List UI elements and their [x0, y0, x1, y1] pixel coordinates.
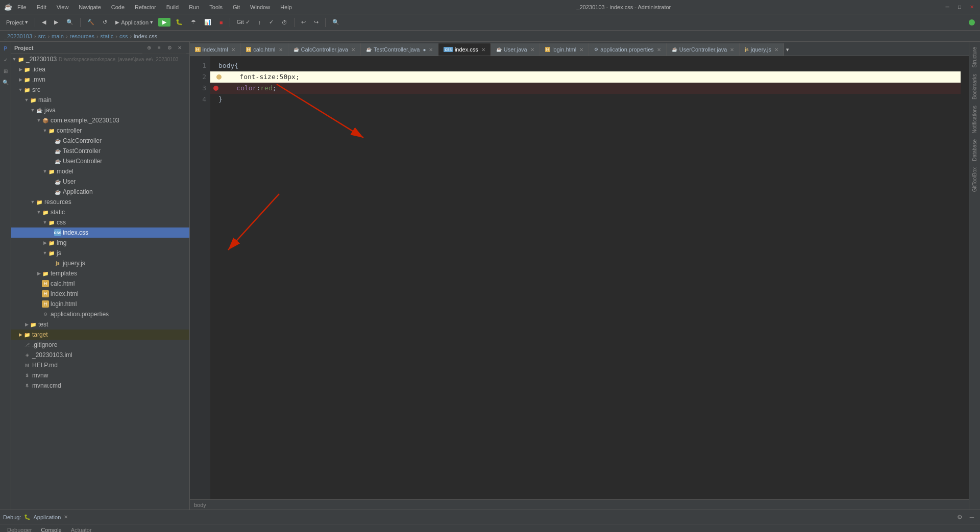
menu-tools[interactable]: Tools [207, 3, 225, 11]
bookmarks-panel-btn[interactable]: Bookmarks [971, 71, 978, 103]
sidebar-commit-icon[interactable]: ✓ [1, 55, 10, 64]
tree-model[interactable]: ▼ 📁 model [11, 166, 189, 176]
tab-overflow-btn[interactable]: ▾ [784, 43, 791, 56]
git-history[interactable]: ⏱ [279, 17, 290, 28]
tree-gitignore[interactable]: ▶ ⎇ .gitignore [11, 340, 189, 350]
menu-build[interactable]: Build [164, 3, 181, 11]
tree-js-folder[interactable]: ▼ 📁 js [11, 248, 189, 258]
tab-close-user-controller[interactable]: ✕ [730, 47, 734, 53]
tree-help-md[interactable]: ▶ M HELP.md [11, 360, 189, 370]
menu-edit[interactable]: Edit [35, 3, 48, 11]
tree-img-folder[interactable]: ▶ 📁 img [11, 238, 189, 248]
project-tool-settings[interactable]: ⚙ [165, 43, 174, 52]
tree-mvnw[interactable]: ▶ $ mvnw [11, 370, 189, 381]
project-tool-collapse[interactable]: ≡ [155, 43, 164, 52]
menu-window[interactable]: Window [248, 3, 272, 11]
tab-login-html[interactable]: H login.html ✕ [540, 43, 590, 56]
menu-help[interactable]: Help [278, 3, 294, 11]
debug-tab-debugger[interactable]: Debugger [3, 526, 36, 533]
notifications-panel-btn[interactable]: Notifications [971, 103, 978, 136]
git-push[interactable]: ↑ [255, 17, 264, 28]
tree-src[interactable]: ▼ 📁 src [11, 85, 189, 95]
tree-static[interactable]: ▼ 📁 static [11, 207, 189, 217]
tab-index-html[interactable]: H index.html ✕ [190, 43, 241, 56]
menu-run[interactable]: Run [187, 3, 201, 11]
menu-file[interactable]: File [15, 3, 29, 11]
editor-content[interactable]: 1 2 3 4 body { font-size : 50px [190, 56, 969, 499]
sidebar-project-icon[interactable]: P [1, 44, 10, 53]
coverage-button[interactable]: ☂ [188, 17, 199, 28]
project-tool-close[interactable]: ✕ [175, 43, 184, 52]
gittoolbox-panel-btn[interactable]: GitToolBox [971, 164, 978, 195]
tree-main[interactable]: ▼ 📁 main [11, 95, 189, 105]
menu-code[interactable]: Code [109, 3, 127, 11]
git-update[interactable]: Git ✓ [234, 17, 253, 28]
tree-controller[interactable]: ▼ 📁 controller [11, 125, 189, 136]
tree-index-html[interactable]: ▶ H index.html [11, 289, 189, 299]
tree-iml[interactable]: ▶ ◈ _20230103.iml [11, 350, 189, 360]
tree-user[interactable]: ▶ ☕ User [11, 176, 189, 187]
tab-close-calc-controller[interactable]: ✕ [351, 47, 355, 53]
tree-css-folder[interactable]: ▼ 📁 css [11, 217, 189, 227]
debug-button[interactable]: 🐛 [173, 17, 186, 28]
tree-test[interactable]: ▶ 📁 test [11, 319, 189, 330]
tree-target[interactable]: ▶ 📁 target [11, 330, 189, 340]
breadcrumb-project[interactable]: _20230103 [4, 33, 32, 39]
debug-tab-actuator[interactable]: Actuator [67, 526, 96, 533]
tree-user-controller[interactable]: ▶ ☕ UserController [11, 156, 189, 166]
navigate-forward[interactable]: ▶ [51, 17, 61, 28]
tab-test-controller[interactable]: ☕ TestController.java ● ✕ [361, 43, 439, 56]
breadcrumb-static[interactable]: static [101, 33, 114, 39]
debug-tab-console[interactable]: Console [37, 526, 65, 533]
menu-navigate[interactable]: Navigate [77, 3, 103, 11]
breadcrumb-file[interactable]: index.css [134, 33, 157, 39]
stop-button[interactable]: ■ [216, 17, 226, 28]
tree-mvnw-cmd[interactable]: ▶ $ mvnw.cmd [11, 381, 189, 391]
search-btn[interactable]: 🔍 [329, 17, 342, 28]
tab-close-user-java[interactable]: ✕ [530, 47, 534, 53]
redo-btn[interactable]: ↪ [311, 17, 322, 28]
search-everywhere[interactable]: 🔍 [63, 17, 77, 28]
debug-settings[interactable]: ⚙ [954, 512, 965, 522]
tree-mvn[interactable]: ▶ 📁 .mvn [11, 74, 189, 85]
restore-button[interactable]: □ [955, 3, 964, 11]
project-dropdown[interactable]: Project ▾ [3, 17, 31, 28]
run-button[interactable]: ▶ [158, 18, 170, 27]
debug-minimize[interactable]: ─ [967, 512, 977, 522]
tab-user-controller[interactable]: ☕ UserController.java ✕ [667, 43, 740, 56]
tab-calc-html[interactable]: H calc.html ✕ [241, 43, 288, 56]
tree-templates[interactable]: ▶ 📁 templates [11, 268, 189, 278]
tab-close-app-properties[interactable]: ✕ [657, 47, 661, 53]
database-panel-btn[interactable]: Database [971, 136, 978, 164]
tree-calc-html[interactable]: ▶ H calc.html [11, 278, 189, 289]
tree-app-properties[interactable]: ▶ ⚙ application.properties [11, 309, 189, 319]
tab-index-css[interactable]: css index.css ✕ [438, 43, 491, 56]
tree-idea[interactable]: ▶ 📁 .idea [11, 64, 189, 74]
tab-close-jquery-js[interactable]: ✕ [774, 47, 778, 53]
breadcrumb-main[interactable]: main [52, 33, 64, 39]
tree-package[interactable]: ▼ 📦 com.example._20230103 [11, 115, 189, 125]
menu-refactor[interactable]: Refactor [133, 3, 158, 11]
project-tool-expand[interactable]: ⊕ [144, 43, 154, 52]
tree-application[interactable]: ▶ ☕ Application [11, 187, 189, 197]
tree-login-html[interactable]: ▶ H login.html [11, 299, 189, 309]
profile-button[interactable]: 📊 [201, 17, 214, 28]
tab-app-properties[interactable]: ⚙ application.properties ✕ [589, 43, 667, 56]
project-tree[interactable]: ▼ 📁 _20230103 D:\workspace\workspace_jav… [11, 54, 189, 510]
tree-resources[interactable]: ▼ 📁 resources [11, 197, 189, 207]
tab-close-test-controller[interactable]: ✕ [429, 47, 433, 53]
code-area[interactable]: body { font-size : 50px ; color [210, 56, 969, 499]
build-btn[interactable]: 🔨 [84, 17, 97, 28]
tab-jquery-js[interactable]: js jquery.js ✕ [740, 43, 784, 56]
navigate-back[interactable]: ◀ [39, 17, 49, 28]
tree-root[interactable]: ▼ 📁 _20230103 D:\workspace\workspace_jav… [11, 54, 189, 64]
sidebar-find-icon[interactable]: 🔍 [1, 78, 10, 87]
tab-close-index-html[interactable]: ✕ [231, 47, 235, 53]
tab-close-login-html[interactable]: ✕ [579, 47, 583, 53]
breadcrumb-css[interactable]: css [119, 33, 128, 39]
breadcrumb-src[interactable]: src [38, 33, 46, 39]
tree-jquery[interactable]: ▶ js jquery.js [11, 258, 189, 268]
menu-view[interactable]: View [55, 3, 71, 11]
sidebar-structure-icon[interactable]: ⊞ [1, 66, 10, 75]
breadcrumb-resources[interactable]: resources [70, 33, 94, 39]
